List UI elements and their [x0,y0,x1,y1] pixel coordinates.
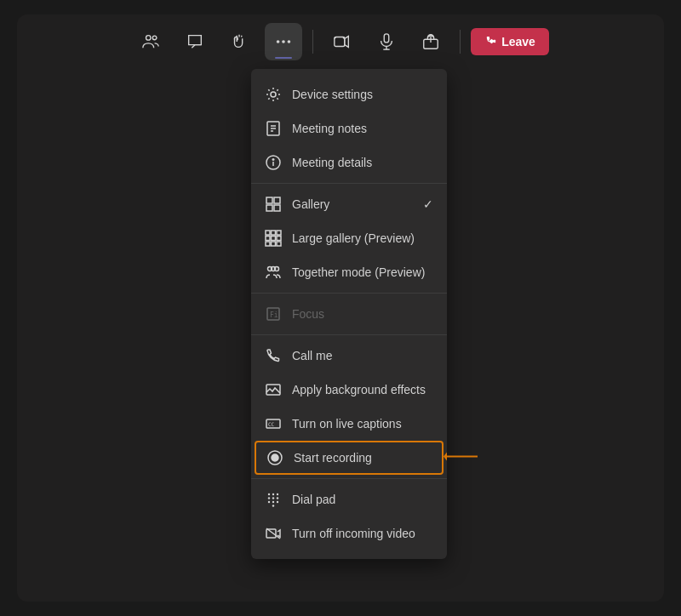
dial-pad-item[interactable]: Dial pad [251,482,447,516]
svg-rect-21 [266,197,272,203]
svg-rect-26 [272,231,276,235]
svg-point-46 [268,493,270,495]
turn-off-video-label: Turn off incoming video [292,527,433,540]
svg-rect-56 [266,529,276,538]
more-actions-button[interactable] [265,23,302,60]
svg-rect-30 [277,237,281,241]
together-mode-item[interactable]: Together mode (Preview) [251,255,447,289]
gallery-item[interactable]: Gallery ✓ [251,187,447,221]
svg-point-53 [272,501,274,503]
chat-button[interactable] [176,23,214,60]
svg-point-20 [272,159,274,161]
focus-label: Focus [292,307,433,321]
focus-icon: Fi [265,305,282,322]
live-captions-label: Turn on live captions [292,417,433,431]
meeting-notes-label: Meeting notes [292,122,433,135]
svg-rect-31 [266,242,270,246]
gallery-label: Gallery [292,197,433,211]
svg-marker-45 [444,453,447,461]
gear-icon [265,86,282,103]
together-icon [265,264,282,281]
dialpad-icon [265,491,282,508]
background-effects-item[interactable]: Apply background effects [251,373,447,407]
toolbar-divider [312,30,313,54]
svg-point-0 [146,36,152,41]
turn-off-video-item[interactable]: Turn off incoming video [251,516,447,550]
live-captions-item[interactable]: CC Turn on live captions [251,407,447,441]
app-container: Leave Device settings [17,14,664,602]
gallery-icon [265,196,282,213]
view-section: Gallery ✓ [251,184,447,294]
raise-hand-button[interactable] [220,23,258,60]
call-me-item[interactable]: Call me [251,339,447,373]
notes-icon [265,120,282,137]
svg-rect-8 [384,34,389,43]
dial-pad-label: Dial pad [292,493,433,506]
people-button[interactable] [132,23,169,60]
svg-rect-27 [277,231,281,235]
video-button[interactable] [323,23,361,60]
svg-point-49 [268,497,270,499]
svg-rect-29 [272,237,276,241]
start-recording-item[interactable]: Start recording [255,441,444,475]
svg-text:CC: CC [268,421,275,427]
call-me-label: Call me [292,349,433,362]
share-button[interactable] [412,23,449,60]
meeting-details-item[interactable]: Meeting details [251,145,447,180]
svg-point-2 [277,40,280,43]
svg-rect-23 [266,205,272,211]
meeting-notes-item[interactable]: Meeting notes [251,111,447,145]
svg-point-13 [271,92,276,97]
svg-point-47 [272,493,274,495]
svg-point-43 [272,454,278,461]
large-gallery-icon [265,230,282,247]
svg-rect-24 [274,205,280,211]
large-gallery-label: Large gallery (Preview) [292,231,433,245]
svg-point-48 [277,493,278,495]
svg-point-54 [277,501,278,503]
svg-point-1 [152,36,157,40]
leave-label: Leave [501,35,535,48]
meeting-details-label: Meeting details [292,156,433,169]
more-actions-dropdown: Device settings Meeting notes [251,69,447,559]
svg-point-52 [268,501,270,503]
arrow-annotation [444,448,486,468]
focus-section: Fi Focus [251,294,447,335]
start-recording-label: Start recording [294,451,432,465]
gallery-checkmark: ✓ [423,197,433,211]
svg-text:Fi: Fi [270,311,278,319]
svg-point-50 [272,497,274,499]
settings-section: Device settings Meeting notes [251,74,447,184]
svg-rect-25 [266,231,270,235]
svg-point-51 [277,497,278,499]
svg-rect-32 [272,242,276,246]
no-video-icon [265,525,282,542]
large-gallery-item[interactable]: Large gallery (Preview) [251,221,447,255]
captions-icon: CC [265,415,282,432]
toolbar-divider-2 [460,30,461,54]
svg-point-3 [282,40,285,43]
svg-rect-33 [277,242,281,246]
device-settings-item[interactable]: Device settings [251,77,447,111]
leave-button[interactable]: Leave [471,28,549,55]
svg-point-55 [272,505,274,506]
call-icon [265,347,282,364]
svg-point-4 [288,40,291,43]
focus-item: Fi Focus [251,297,447,331]
svg-rect-22 [274,197,280,203]
together-mode-label: Together mode (Preview) [292,265,433,279]
device-settings-label: Device settings [292,88,433,101]
record-icon [266,449,283,466]
background-icon [265,381,282,398]
info-icon [265,154,282,171]
actions-section: Call me Apply background effects [251,335,447,479]
more-options-section: Dial pad Turn off incoming video [251,479,447,554]
svg-rect-28 [266,237,270,241]
mic-button[interactable] [368,23,405,60]
background-effects-label: Apply background effects [292,383,433,396]
svg-point-36 [272,267,276,271]
toolbar: Leave Device settings [17,14,664,69]
